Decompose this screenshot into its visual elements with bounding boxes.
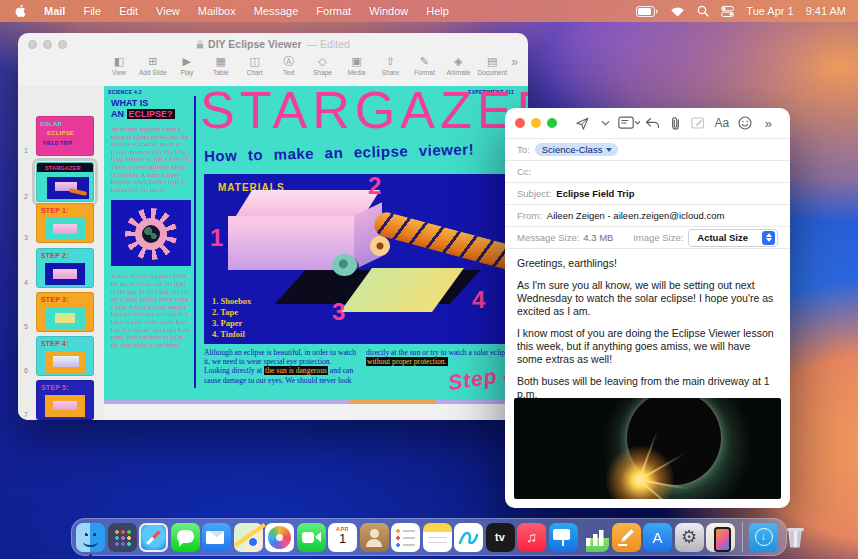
send-button[interactable]: [571, 116, 594, 131]
menubar-item-format[interactable]: Format: [316, 5, 351, 17]
menubar-app-name[interactable]: Mail: [44, 5, 65, 17]
toolbar-overflow-button[interactable]: »: [757, 116, 780, 131]
fonts-button[interactable]: Aa: [710, 116, 733, 130]
dock-settings-icon[interactable]: [675, 523, 704, 552]
recipient-token[interactable]: Science-Class: [535, 143, 619, 156]
keynote-titlebar[interactable]: DIY Eclipse Viewer — Edited: [18, 33, 528, 55]
toolbar-animate-button[interactable]: ◈Animate: [443, 55, 473, 76]
keynote-traffic-lights[interactable]: [28, 40, 67, 49]
apple-menu-icon[interactable]: [14, 4, 26, 18]
minimize-button[interactable]: [43, 40, 52, 49]
slide-thumbnail-4[interactable]: 4 STEP 2:: [24, 248, 94, 288]
dock-facetime-icon[interactable]: [297, 523, 326, 552]
mail-traffic-lights[interactable]: [515, 118, 557, 128]
menubar-time[interactable]: 9:41 AM: [806, 5, 846, 17]
slide-paragraph-1: An eclipse happens when a moon or planet…: [111, 125, 191, 193]
document-icon: ▤: [487, 55, 497, 67]
slide-thumbnail-5[interactable]: 5 STEP 3:: [24, 292, 94, 332]
from-label: From:: [517, 210, 542, 221]
cc-field[interactable]: Cc:: [505, 160, 790, 182]
menubar-date[interactable]: Tue Apr 1: [746, 5, 793, 17]
from-field[interactable]: From: Aileen Zeigen - aileen.zeigen@iclo…: [505, 204, 790, 226]
toolbar-document-button[interactable]: ▤Document: [477, 55, 507, 76]
menubar-item-edit[interactable]: Edit: [119, 5, 138, 17]
dock-notes-icon[interactable]: [423, 523, 452, 552]
menubar-item-message[interactable]: Message: [254, 5, 299, 17]
spotlight-search-icon[interactable]: [697, 5, 709, 17]
dock-mail-icon[interactable]: [202, 523, 231, 552]
toolbar-chart-button[interactable]: ◫Chart: [240, 55, 270, 76]
send-options-chevron-icon[interactable]: [594, 120, 617, 126]
shoebox-lid: [236, 190, 380, 216]
dock-music-icon[interactable]: ♫: [517, 523, 546, 552]
close-button[interactable]: [28, 40, 37, 49]
zoom-button[interactable]: [547, 118, 557, 128]
dock-iphone-mirroring-icon[interactable]: [706, 523, 735, 552]
materials-item-1: 1. Shoebox: [212, 296, 251, 307]
zoom-button[interactable]: [58, 40, 67, 49]
toolbar-overflow-button[interactable]: »: [511, 55, 518, 69]
dock-contacts-icon[interactable]: [360, 523, 389, 552]
toolbar-media-button[interactable]: ▣Media: [342, 55, 372, 76]
slide-thumbnail-3[interactable]: 3 STEP 1:: [24, 203, 94, 243]
toolbar-play-button[interactable]: ▶Play: [172, 55, 202, 76]
body-paragraph: I know most of you are doing the Eclipse…: [517, 327, 778, 366]
toolbar-add-slide-button[interactable]: ⊞Add Slide: [138, 55, 168, 76]
dock-app-store-icon[interactable]: [643, 523, 672, 552]
dock-tv-icon[interactable]: tv: [486, 523, 515, 552]
material-number-2: 2: [368, 174, 381, 198]
slide-thumbnail-6[interactable]: 6 STEP 4:: [24, 336, 94, 376]
to-field[interactable]: To: Science-Class: [505, 138, 790, 160]
header-fields-button[interactable]: [617, 116, 640, 130]
menubar-item-window[interactable]: Window: [369, 5, 408, 17]
subject-field[interactable]: Subject: Eclipse Field Trip: [505, 182, 790, 204]
toolbar-format-button[interactable]: ✎Format: [409, 55, 439, 76]
dock-trash-icon[interactable]: [781, 523, 810, 552]
dock-safari-icon[interactable]: [139, 523, 168, 552]
minimize-button[interactable]: [531, 118, 541, 128]
close-button[interactable]: [515, 118, 525, 128]
slide-thumbnail-2-selected[interactable]: 2 STARGAZER: [24, 162, 94, 202]
battery-icon[interactable]: [636, 6, 658, 17]
eclipse-photo-attachment[interactable]: [514, 398, 781, 499]
dock-photos-icon[interactable]: [265, 523, 294, 552]
emoji-button[interactable]: [734, 116, 757, 130]
wifi-icon[interactable]: [670, 6, 685, 17]
mail-compose-window: Aa » To: Science-Class Cc: Subject: Ecli…: [505, 108, 790, 508]
column-divider: [194, 96, 196, 388]
slide-thumbnail-7[interactable]: 7 STEP 5:: [24, 380, 94, 420]
image-size-select[interactable]: Actual Size: [688, 229, 778, 247]
dock-keynote-icon[interactable]: [549, 523, 578, 552]
dock-numbers-icon[interactable]: [580, 523, 609, 552]
menubar-item-view[interactable]: View: [156, 5, 180, 17]
dock-messages-icon[interactable]: [171, 523, 200, 552]
dock-freeform-icon[interactable]: [454, 523, 483, 552]
slide-heading-eclipse: ECLIPSE?: [127, 109, 175, 119]
slide-heading-an: AN: [111, 109, 124, 119]
dock-pages-icon[interactable]: [612, 523, 641, 552]
slide-canvas[interactable]: SCIENCE 4.2 EXPERIMENT #11 WHAT IS AN EC…: [104, 86, 528, 400]
dock-reminders-icon[interactable]: [391, 523, 420, 552]
menubar-item-mailbox[interactable]: Mailbox: [198, 5, 236, 17]
materials-item-3: 3. Paper: [212, 318, 251, 329]
toolbar-shape-button[interactable]: ◇Shape: [308, 55, 338, 76]
stepper-icon: [762, 231, 775, 245]
dock-calendar-icon[interactable]: APR 1: [328, 523, 357, 552]
control-center-icon[interactable]: [721, 6, 734, 17]
from-value: Aileen Zeigen - aileen.zeigen@icloud.com: [547, 210, 725, 221]
toolbar-text-button[interactable]: ⒶText: [274, 55, 304, 76]
animate-icon: ◈: [454, 55, 462, 67]
dock-launchpad-icon[interactable]: [108, 523, 137, 552]
slide-thumbnail-1[interactable]: 1 SOLAR ECLIPSE FIELD TRIP: [24, 116, 94, 156]
toolbar-table-button[interactable]: ▦Table: [206, 55, 236, 76]
attachment-paperclip-icon[interactable]: [664, 116, 687, 131]
toolbar-view-button[interactable]: ◧View: [104, 55, 134, 76]
dock-downloads-folder-icon[interactable]: [749, 523, 778, 552]
menubar-item-help[interactable]: Help: [426, 5, 449, 17]
markup-icon[interactable]: [687, 116, 710, 130]
toolbar-share-button[interactable]: ⇧Share: [376, 55, 406, 76]
undo-icon[interactable]: [641, 117, 664, 130]
dock-finder-icon[interactable]: [76, 523, 105, 552]
menubar-item-file[interactable]: File: [83, 5, 101, 17]
dock-maps-icon[interactable]: [234, 523, 263, 552]
